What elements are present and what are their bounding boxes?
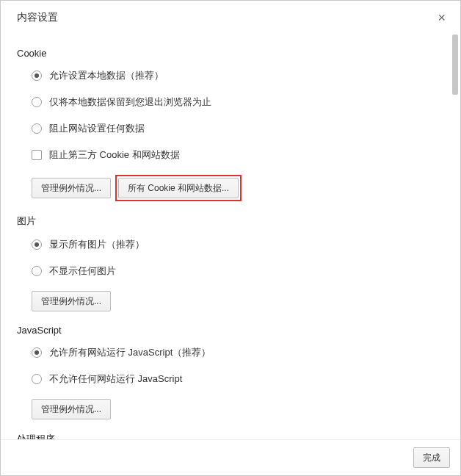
option-label: 阻止网站设置任何数据 (49, 122, 145, 135)
section-title-cookie: Cookie (17, 48, 449, 59)
close-icon[interactable]: × (435, 10, 449, 26)
js-option-block[interactable]: 不允许任何网站运行 JavaScript (32, 372, 449, 386)
checkbox-icon[interactable] (32, 150, 42, 160)
radio-icon[interactable] (32, 347, 42, 358)
content-settings-dialog: 内容设置 × Cookie 允许设置本地数据（推荐） 仅将本地数据保留到您退出浏… (0, 0, 461, 476)
option-label: 不显示任何图片 (49, 264, 116, 278)
option-label: 仅将本地数据保留到您退出浏览器为止 (49, 95, 211, 109)
dialog-footer: 完成 (1, 439, 460, 475)
js-button-row: 管理例外情况... (32, 399, 449, 419)
done-button[interactable]: 完成 (413, 447, 450, 468)
section-title-images: 图片 (17, 214, 449, 228)
section-title-handlers: 处理程序 (17, 433, 449, 439)
radio-icon[interactable] (32, 239, 42, 250)
content-scroll-area[interactable]: Cookie 允许设置本地数据（推荐） 仅将本地数据保留到您退出浏览器为止 阻止… (1, 32, 449, 439)
radio-icon[interactable] (32, 374, 42, 384)
images-button-row: 管理例外情况... (32, 291, 449, 311)
cookie-block-thirdparty[interactable]: 阻止第三方 Cookie 和网站数据 (32, 148, 449, 162)
radio-icon[interactable] (32, 123, 42, 134)
radio-icon[interactable] (32, 97, 42, 107)
radio-icon[interactable] (32, 266, 42, 276)
option-label: 不允许任何网站运行 JavaScript (49, 372, 182, 386)
cookie-option-session[interactable]: 仅将本地数据保留到您退出浏览器为止 (32, 95, 449, 109)
all-cookies-button[interactable]: 所有 Cookie 和网站数据... (118, 178, 239, 198)
radio-icon[interactable] (32, 71, 42, 81)
content-wrapper: Cookie 允许设置本地数据（推荐） 仅将本地数据保留到您退出浏览器为止 阻止… (1, 32, 460, 439)
images-option-show[interactable]: 显示所有图片（推荐） (32, 238, 449, 251)
js-option-allow[interactable]: 允许所有网站运行 JavaScript（推荐） (32, 346, 449, 359)
cookie-option-allow[interactable]: 允许设置本地数据（推荐） (32, 69, 449, 82)
scrollbar-thumb[interactable] (452, 35, 458, 95)
cookie-button-row: 管理例外情况... 所有 Cookie 和网站数据... (32, 175, 449, 201)
section-title-javascript: JavaScript (17, 325, 449, 336)
highlight-box: 所有 Cookie 和网站数据... (115, 175, 242, 201)
dialog-header: 内容设置 × (1, 1, 460, 32)
manage-exceptions-button[interactable]: 管理例外情况... (32, 291, 111, 311)
option-label: 阻止第三方 Cookie 和网站数据 (49, 148, 180, 162)
manage-exceptions-button[interactable]: 管理例外情况... (32, 399, 111, 419)
dialog-title: 内容设置 (17, 11, 58, 24)
option-label: 显示所有图片（推荐） (49, 238, 145, 251)
images-option-hide[interactable]: 不显示任何图片 (32, 264, 449, 278)
option-label: 允许设置本地数据（推荐） (49, 69, 164, 82)
option-label: 允许所有网站运行 JavaScript（推荐） (49, 346, 211, 359)
manage-exceptions-button[interactable]: 管理例外情况... (32, 178, 111, 198)
cookie-option-block[interactable]: 阻止网站设置任何数据 (32, 122, 449, 135)
